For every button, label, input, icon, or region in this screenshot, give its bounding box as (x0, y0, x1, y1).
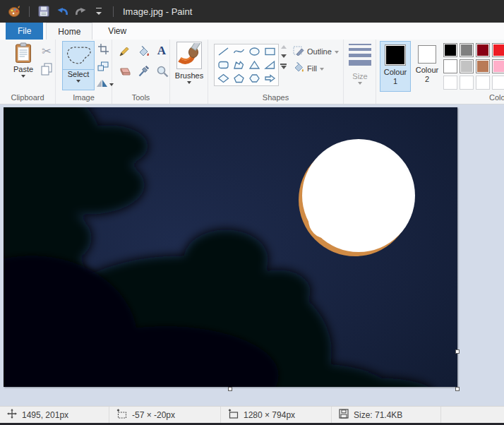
tab-view[interactable]: View (97, 23, 138, 40)
palette-swatch[interactable] (443, 43, 457, 57)
rotate-icon[interactable] (95, 77, 108, 88)
outline-icon (293, 45, 304, 57)
selection-size-value: -57 × -20px (132, 410, 175, 420)
size-button[interactable]: Size (347, 44, 373, 85)
palette-swatch[interactable] (460, 59, 474, 73)
colour1-button[interactable]: Colour 1 (380, 41, 411, 92)
magnifier-icon[interactable] (155, 64, 170, 79)
quick-access-dropdown-icon[interactable] (91, 4, 107, 19)
fill-with-colour-icon[interactable] (136, 44, 151, 59)
cursor-position-section: 1495, 201px (0, 407, 109, 423)
line-size-icon (349, 44, 371, 66)
canvas-image[interactable] (4, 107, 457, 387)
colour1-number: 1 (393, 77, 397, 86)
shapes-gallery (214, 44, 279, 86)
title-bar: Image.jpg - Paint (0, 0, 504, 23)
shape-ellipse-icon[interactable] (246, 45, 262, 59)
group-size: Size (344, 40, 376, 104)
text-tool-icon[interactable]: A (155, 43, 169, 59)
group-tools: A Tools (112, 40, 170, 104)
canvas-work-area (0, 104, 504, 406)
shape-right-triangle-icon[interactable] (262, 59, 277, 72)
clipboard-group-label: Clipboard (0, 93, 55, 102)
window-title: Image.jpg - Paint (123, 6, 192, 17)
shapes-scroll-up-icon[interactable] (281, 45, 287, 49)
canvas-resize-handle-corner[interactable] (455, 387, 460, 391)
titlebar-separator (29, 6, 30, 17)
save-icon[interactable] (36, 4, 52, 19)
palette-swatch[interactable] (492, 43, 504, 57)
selection-size-section: -57 × -20px (109, 407, 221, 423)
palette-swatch[interactable] (476, 43, 490, 57)
selection-size-icon (116, 409, 127, 421)
fill-button[interactable]: Fill (293, 62, 324, 74)
paint-app-icon (7, 4, 23, 19)
shapes-scroll-down-icon[interactable] (281, 54, 287, 58)
shape-curve-icon[interactable] (231, 45, 246, 59)
shape-hexagon-icon[interactable] (246, 71, 262, 85)
select-label: Select (63, 69, 94, 78)
colour2-label: Colour (416, 66, 438, 75)
shape-rectangle-icon[interactable] (262, 45, 277, 59)
shape-rounded-rectangle-icon[interactable] (215, 59, 231, 72)
copy-icon[interactable] (40, 62, 54, 76)
shape-right-arrow-icon[interactable] (262, 71, 277, 85)
eraser-icon[interactable] (116, 64, 132, 78)
ribbon: Paste ✂ Clipboard Select (0, 40, 504, 104)
colour2-button[interactable]: Colour 2 (412, 41, 442, 92)
titlebar-separator (113, 6, 114, 17)
cut-icon[interactable]: ✂ (40, 44, 54, 58)
shape-polygon-icon[interactable] (231, 59, 246, 72)
paste-button[interactable]: Paste (7, 42, 40, 78)
undo-icon[interactable] (54, 4, 70, 19)
status-empty-section (441, 407, 504, 423)
select-button[interactable]: Select (62, 41, 95, 90)
colour-picker-icon[interactable] (136, 64, 151, 79)
crop-icon[interactable] (97, 42, 109, 55)
palette-swatch[interactable] (460, 43, 474, 57)
shape-pentagon-icon[interactable] (231, 71, 246, 85)
outline-button[interactable]: Outline (293, 45, 339, 57)
brush-icon (176, 42, 202, 69)
shape-triangle-icon[interactable] (246, 59, 262, 72)
outline-dropdown-arrow (335, 51, 339, 54)
palette-swatch[interactable] (443, 59, 457, 73)
brushes-label: Brushes (175, 71, 203, 80)
outline-label: Outline (307, 47, 332, 56)
brushes-button[interactable]: Brushes (174, 42, 204, 84)
image-size-icon (228, 409, 239, 421)
redo-icon[interactable] (73, 4, 88, 19)
cursor-position-value: 1495, 201px (22, 410, 68, 420)
palette-swatch[interactable] (492, 76, 504, 90)
tab-file[interactable]: File (6, 23, 43, 40)
image-size-value: 1280 × 794px (244, 410, 295, 420)
image-size-section: 1280 × 794px (221, 407, 332, 423)
shape-diamond-icon[interactable] (215, 71, 231, 85)
select-dropdown-arrow (76, 80, 80, 83)
shapes-expand-icon[interactable] (280, 64, 287, 69)
canvas-resize-handle-bottom[interactable] (228, 387, 232, 391)
colour2-swatch (418, 45, 436, 64)
canvas-resize-handle-right[interactable] (455, 349, 460, 354)
fill-dropdown-arrow (320, 68, 324, 71)
palette-swatch[interactable] (460, 76, 474, 90)
pencil-icon[interactable] (116, 44, 132, 59)
paste-clipboard-icon (15, 42, 32, 65)
colour1-swatch (385, 44, 406, 66)
brushes-dropdown-arrow (187, 81, 191, 84)
palette-swatch[interactable] (476, 59, 490, 73)
resize-icon[interactable] (97, 60, 109, 73)
shape-line-icon[interactable] (215, 45, 231, 59)
palette-swatch[interactable] (443, 76, 457, 90)
group-clipboard: Paste ✂ Clipboard (0, 40, 56, 104)
file-size-value: Size: 71.4KB (354, 410, 402, 420)
size-dropdown-arrow (358, 82, 362, 85)
palette-swatch[interactable] (476, 76, 490, 90)
file-size-section: Size: 71.4KB (332, 407, 441, 423)
colour1-label: Colour (384, 68, 407, 77)
status-bar: 1495, 201px -57 × -20px 1280 × 794px (0, 406, 504, 423)
palette-swatch[interactable] (492, 59, 504, 73)
tab-home[interactable]: Home (46, 23, 92, 40)
shapes-scroll-buttons (280, 45, 287, 69)
colours-group-label: Colours (489, 93, 504, 102)
